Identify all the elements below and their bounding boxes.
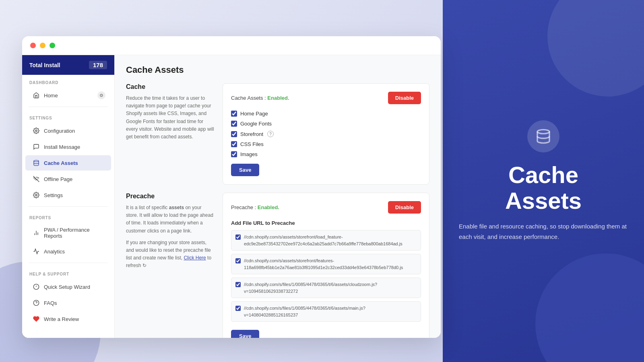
sidebar-item-write-review-label: Write a Review: [44, 316, 79, 322]
hero-cache-icon: [535, 128, 551, 144]
precache-section-row: Precache It is a list of specific assets…: [126, 193, 429, 338]
divider-3: [29, 263, 108, 263]
sidebar-item-offline-page[interactable]: Offline Page: [25, 171, 111, 187]
precache-description-2: If you are changing your store assets, a…: [126, 239, 215, 270]
checkbox-home-page-input[interactable]: [231, 111, 237, 117]
precache-status-bar: Precache : Enabled. Disable: [231, 201, 421, 214]
precache-url-item-2: //cdn.shopify.com/s/assets/storefront/fe…: [231, 254, 421, 274]
cache-status-label: Cache Assets :: [231, 95, 266, 101]
home-icon: [33, 92, 40, 99]
hero-title-line1: Cache: [508, 162, 578, 188]
precache-save-button[interactable]: Save: [231, 330, 259, 338]
sidebar-item-analytics[interactable]: Analytics: [25, 244, 111, 259]
cache-status-text: Cache Assets : Enabled.: [231, 95, 289, 101]
checkbox-home-page-label: Home Page: [240, 111, 268, 117]
cache-save-button[interactable]: Save: [231, 164, 259, 176]
sidebar-item-settings[interactable]: Settings: [25, 187, 111, 203]
message-icon: [33, 143, 40, 150]
settings-icon: [33, 191, 40, 199]
cache-checkbox-list: Home Page Google Fonts Storefront ?: [231, 111, 421, 157]
maximize-button[interactable]: [50, 43, 55, 48]
cache-icon: [33, 159, 40, 167]
precache-url-text-3: //cdn.shopify.com/s/files/1/0085/4478/03…: [244, 281, 417, 294]
precache-url-checkbox-4[interactable]: [235, 306, 241, 311]
sidebar-item-home-label: Home: [44, 93, 58, 99]
section-label-help: HELP & SUPPORT: [22, 266, 114, 279]
precache-status-value: Enabled.: [258, 204, 279, 210]
section-label-dashboard: DASHBOARD: [22, 75, 114, 87]
storefront-help-icon[interactable]: ?: [267, 131, 274, 137]
precache-url-checkbox-3[interactable]: [235, 282, 241, 287]
precache-disable-button[interactable]: Disable: [388, 201, 421, 214]
config-icon: [33, 127, 40, 134]
total-install-bar: Total Install 178: [22, 55, 114, 75]
sidebar-item-faqs[interactable]: FAQs: [25, 295, 111, 311]
sidebar: Total Install 178 DASHBOARD Home ⚙ SETTI…: [22, 55, 115, 338]
sidebar-item-home[interactable]: Home ⚙: [25, 88, 111, 103]
hero-icon-circle: [527, 120, 559, 152]
cache-status-value: Enabled.: [267, 95, 289, 101]
review-icon: [33, 315, 40, 323]
cache-description: Reduce the time it takes for a user to n…: [126, 95, 215, 141]
checkbox-google-fonts-label: Google Fonts: [240, 121, 272, 127]
checkbox-google-fonts[interactable]: Google Fonts: [231, 121, 421, 127]
precache-url-item-1: //cdn.shopify.com/s/assets/storefront/lo…: [231, 230, 421, 251]
precache-url-checkbox-2[interactable]: [235, 258, 241, 263]
sidebar-item-install-message-label: Install Message: [44, 144, 80, 150]
svg-point-4: [35, 194, 37, 196]
checkbox-storefront[interactable]: Storefront ?: [231, 131, 421, 137]
hero-description: Enable file and resource caching, so sto…: [459, 221, 628, 242]
total-install-label: Total Install: [29, 62, 60, 68]
checkbox-images-input[interactable]: [231, 151, 237, 157]
checkbox-images[interactable]: Images: [231, 151, 421, 157]
sidebar-item-quick-setup[interactable]: Quick Setup Wizard: [25, 279, 111, 294]
checkbox-css-files-label: CSS Files: [240, 141, 264, 147]
analytics-icon: [33, 248, 40, 255]
checkbox-home-page[interactable]: Home Page: [231, 111, 421, 117]
assets-highlight: assets: [169, 205, 184, 210]
cache-disable-button[interactable]: Disable: [388, 92, 421, 104]
sidebar-item-cache-assets[interactable]: Cache Assets: [25, 155, 111, 171]
click-here-link[interactable]: Click Here: [184, 255, 206, 261]
checkbox-css-files[interactable]: CSS Files: [231, 141, 421, 147]
hero-title-line2: Assets: [505, 187, 582, 214]
sidebar-item-quick-setup-label: Quick Setup Wizard: [44, 284, 90, 290]
precache-url-text-1: //cdn.shopify.com/s/assets/storefront/lo…: [244, 234, 417, 247]
svg-point-0: [35, 130, 37, 132]
sidebar-item-write-review[interactable]: Write a Review: [25, 311, 111, 327]
checkbox-google-fonts-input[interactable]: [231, 121, 237, 127]
offline-icon: [33, 175, 40, 183]
sidebar-item-pwa-performance[interactable]: PWA / Performance Reports: [25, 223, 111, 243]
sidebar-item-pwa-performance-label: PWA / Performance Reports: [44, 227, 104, 239]
section-label-settings: SETTINGS: [22, 110, 114, 123]
sidebar-item-configuration-label: Configuration: [44, 128, 75, 134]
precache-add-file-title: Add File URL to Precache: [231, 220, 421, 226]
sidebar-item-settings-label: Settings: [44, 192, 63, 198]
total-install-count: 178: [89, 61, 107, 69]
cache-left-card: Cache Reduce the time it takes for a use…: [126, 83, 215, 185]
checkbox-css-files-input[interactable]: [231, 141, 237, 147]
section-label-reports: REPORTS: [22, 210, 114, 222]
precache-url-item-3: //cdn.shopify.com/s/files/1/0085/4478/03…: [231, 278, 421, 298]
sidebar-item-offline-page-label: Offline Page: [44, 176, 72, 182]
divider-1: [29, 107, 108, 107]
sidebar-item-analytics-label: Analytics: [44, 249, 65, 255]
checkbox-storefront-input[interactable]: [231, 131, 237, 137]
divider-2: [29, 206, 108, 207]
precache-left-card: Precache It is a list of specific assets…: [126, 193, 215, 338]
sidebar-item-install-message[interactable]: Install Message: [25, 139, 111, 154]
cache-section-row: Cache Reduce the time it takes for a use…: [126, 83, 429, 185]
home-settings-icon: ⚙: [97, 91, 105, 99]
close-button[interactable]: [30, 43, 36, 48]
sidebar-item-cache-assets-label: Cache Assets: [44, 160, 78, 166]
title-bar: [22, 36, 441, 55]
precache-url-text-2: //cdn.shopify.com/s/assets/storefront/fe…: [244, 257, 417, 271]
precache-url-checkbox-1[interactable]: [235, 234, 241, 240]
sidebar-item-configuration[interactable]: Configuration: [25, 123, 111, 138]
minimize-button[interactable]: [40, 43, 45, 48]
precache-status-label: Precache :: [231, 204, 256, 210]
main-content: Cache Assets Cache Reduce the time it ta…: [115, 55, 441, 338]
faq-icon: [33, 299, 40, 306]
chart-icon: [33, 229, 40, 237]
page-title: Cache Assets: [126, 65, 429, 75]
